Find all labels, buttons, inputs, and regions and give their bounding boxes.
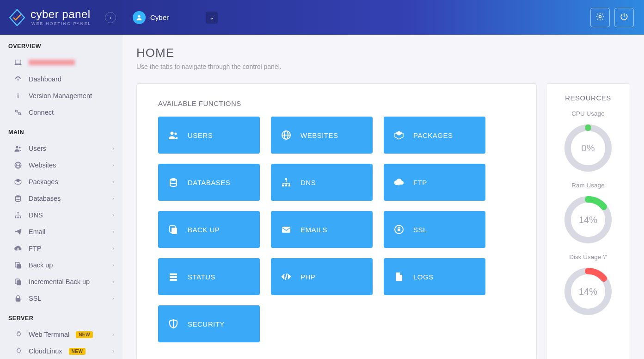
nav-item-packages[interactable]: Packages›	[0, 173, 123, 190]
chevron-right-icon: ›	[112, 331, 114, 338]
svg-point-4	[18, 93, 19, 95]
nav-item-version-management[interactable]: Version Management	[0, 87, 123, 104]
tile-ftp[interactable]: FTP	[384, 164, 485, 201]
nav-item-label: CloudLinux	[29, 347, 62, 355]
svg-rect-35	[282, 227, 290, 233]
tile-dns[interactable]: DNS	[271, 164, 373, 201]
shield-icon	[167, 318, 179, 329]
nav-item-label: Databases	[29, 195, 61, 202]
nav-item-ssl[interactable]: SSL›	[0, 290, 123, 307]
svg-rect-5	[18, 95, 18, 99]
users-icon	[14, 144, 22, 153]
nav-item-users[interactable]: Users›	[0, 140, 123, 157]
nav-item-websites[interactable]: Websites›	[0, 157, 123, 173]
available-functions-panel: AVAILABLE FUNCTIONS USERSWEBSITESPACKAGE…	[136, 83, 537, 359]
tile-ssl[interactable]: SSL	[384, 211, 485, 248]
nav-item-label: Connect	[29, 109, 54, 116]
nav-item-web-terminal[interactable]: Web TerminalNEW›	[0, 326, 123, 343]
brand-name: cyber panel	[31, 9, 91, 20]
content: HOME Use the tabs to navigate through th…	[123, 35, 644, 359]
power-button[interactable]	[614, 8, 634, 27]
brand-bar: cyber panel WEB HOSTING PANEL ‹	[0, 0, 123, 35]
new-badge: NEW	[69, 348, 86, 355]
cloud-icon	[393, 177, 405, 188]
nav-item-dns[interactable]: DNS›	[0, 207, 123, 223]
user-dropdown-toggle[interactable]: ⌄	[206, 12, 218, 24]
nav-item-ftp[interactable]: FTP›	[0, 240, 123, 257]
brand-text: cyber panel WEB HOSTING PANEL	[31, 9, 91, 26]
svg-rect-16	[20, 217, 21, 218]
svg-rect-29	[285, 178, 287, 180]
page-subtitle: Use the tabs to navigate through the con…	[136, 63, 630, 70]
resource-label: Disk Usage '/'	[569, 254, 607, 260]
backup-icon	[14, 278, 22, 286]
chevron-right-icon: ›	[112, 212, 114, 218]
power-icon	[619, 12, 629, 23]
functions-heading: AVAILABLE FUNCTIONS	[158, 99, 515, 107]
sidebar-collapse-button[interactable]: ‹	[105, 12, 116, 23]
tile-label: SECURITY	[188, 320, 225, 328]
nav-item-databases[interactable]: Databases›	[0, 190, 123, 207]
tile-label: STATUS	[188, 273, 215, 281]
svg-rect-13	[18, 212, 19, 213]
svg-point-25	[175, 133, 177, 135]
nav-item-label: Web Terminal	[29, 331, 69, 338]
tile-php[interactable]: PHP	[271, 258, 373, 295]
globe-icon	[280, 130, 292, 141]
nav-item-connect[interactable]: Connect	[0, 104, 123, 121]
nav-section-server: SERVER	[0, 307, 123, 326]
tile-packages[interactable]: PACKAGES	[384, 117, 485, 154]
chevron-right-icon: ›	[112, 295, 114, 302]
nav-item-label: Email	[29, 228, 45, 235]
globe-icon	[14, 161, 22, 169]
sidebar-nav: OVERVIEW DashboardVersion ManagementConn…	[0, 35, 123, 359]
info-icon	[14, 92, 22, 100]
new-badge: NEW	[76, 331, 93, 338]
svg-rect-37	[398, 229, 400, 231]
svg-point-24	[171, 132, 174, 135]
svg-point-3	[18, 79, 19, 80]
packages-icon	[14, 178, 22, 186]
nav-item-dashboard[interactable]: Dashboard	[0, 71, 123, 87]
resource-gauge: 14%	[563, 266, 613, 317]
resource-value: 14%	[563, 194, 613, 245]
nav-item-email[interactable]: Email›	[0, 223, 123, 240]
tile-websites[interactable]: WEBSITES	[271, 117, 373, 154]
file-icon	[393, 271, 405, 282]
tile-back-up[interactable]: BACK UP	[158, 211, 260, 248]
svg-rect-15	[18, 217, 19, 218]
nav-item-redacted[interactable]	[0, 54, 123, 71]
svg-rect-38	[170, 273, 177, 275]
nav-item-label: Websites	[29, 161, 56, 169]
tile-label: BACK UP	[188, 226, 220, 234]
tile-status[interactable]: STATUS	[158, 258, 260, 295]
tile-logs[interactable]: LOGS	[384, 258, 485, 295]
svg-rect-18	[17, 264, 21, 269]
user-avatar-icon	[133, 11, 146, 24]
resource-cpu-usage: CPU Usage0%	[563, 110, 613, 173]
nav-item-label: Packages	[29, 178, 58, 186]
svg-point-23	[599, 15, 601, 18]
svg-rect-34	[172, 228, 177, 234]
tile-security[interactable]: SECURITY	[158, 305, 260, 342]
tile-databases[interactable]: DATABASES	[158, 164, 260, 201]
tile-label: WEBSITES	[301, 131, 338, 139]
nav-item-incremental-back-up[interactable]: Incremental Back up›	[0, 273, 123, 290]
db-icon	[167, 177, 179, 188]
nav-item-label: Version Management	[29, 92, 92, 99]
resource-value: 0%	[563, 123, 613, 173]
svg-rect-21	[16, 298, 21, 302]
nav-item-back-up[interactable]: Back up›	[0, 257, 123, 273]
lock-icon	[14, 294, 22, 303]
svg-point-12	[16, 195, 21, 198]
tile-emails[interactable]: EMAILS	[271, 211, 373, 248]
svg-point-9	[19, 147, 21, 149]
resources-panel: RESOURCES CPU Usage0%Ram Usage14%Disk Us…	[546, 83, 630, 359]
user-chip[interactable]: Cyber	[133, 11, 169, 24]
nav-section-main: MAIN	[0, 121, 123, 140]
settings-button[interactable]	[590, 8, 610, 27]
tile-users[interactable]: USERS	[158, 117, 260, 154]
svg-rect-1	[15, 60, 21, 64]
link-icon	[14, 108, 22, 117]
nav-item-cloudlinux[interactable]: CloudLinuxNEW›	[0, 343, 123, 359]
